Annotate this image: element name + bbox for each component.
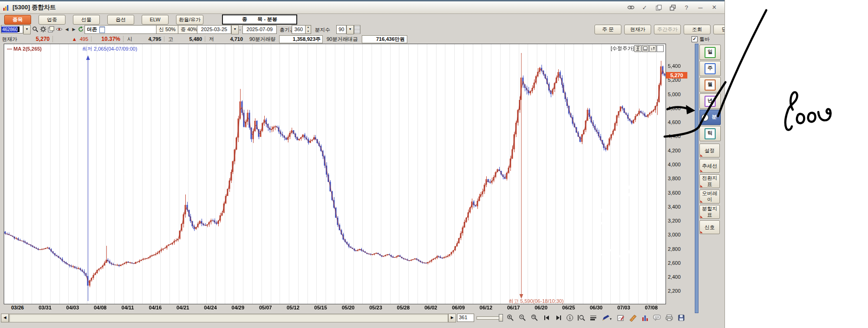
low-price: 4,710 xyxy=(216,36,246,42)
scroll-left-button[interactable]: ◀ xyxy=(1,314,9,322)
y-axis-label: 4,600 xyxy=(668,119,691,125)
gear-icon[interactable] xyxy=(39,25,47,33)
refresh-icon[interactable] xyxy=(77,25,85,33)
x-axis-date-label: 04/11 xyxy=(117,305,139,310)
period-spinner[interactable]: 360 ▲▼ xyxy=(292,25,311,34)
clock-icon xyxy=(701,114,709,121)
draw-pen-icon[interactable]: ▾ xyxy=(601,314,613,322)
svg-text:▾: ▾ xyxy=(610,317,612,321)
chart-plot[interactable]: — MA 2(5,265) 최저 2,065(04-07/09:00) 최고 5… xyxy=(4,44,666,304)
memo-balloon-icon[interactable] xyxy=(653,314,661,322)
sheets-icon[interactable] xyxy=(47,25,55,33)
checkbox-icon[interactable]: ✓ xyxy=(692,36,698,42)
document-icon[interactable] xyxy=(99,26,105,33)
interval-list-icon[interactable] xyxy=(354,25,360,34)
bar-count-input[interactable]: 361 xyxy=(457,314,474,322)
sort-icon[interactable]: 1 xyxy=(649,45,656,52)
market-tab[interactable]: 종목 xyxy=(4,15,31,25)
zoom-slider-handle[interactable] xyxy=(499,314,503,321)
zoom-out-icon[interactable] xyxy=(518,314,526,322)
period-button[interactable]: 일 xyxy=(699,45,721,60)
eye-icon[interactable] xyxy=(55,25,63,33)
tool-button[interactable]: 신호 xyxy=(699,220,720,234)
blank-icon[interactable] xyxy=(657,45,664,52)
minimize-icon[interactable]: ─ xyxy=(697,4,704,11)
highest-annotation: 최고 5,590(06-18/10:30) xyxy=(509,298,564,305)
chart-mode-box: 종 목 - 분봉 xyxy=(222,14,297,25)
date-from-input[interactable]: 2025-03-25 xyxy=(197,25,231,34)
x-axis-date-label: 06/12 xyxy=(475,305,497,310)
action-button[interactable]: 주 문 xyxy=(594,25,621,34)
x-axis-date-label: 05/28 xyxy=(392,305,414,310)
interval-input[interactable]: 90 xyxy=(336,25,346,34)
zoom-slider[interactable] xyxy=(476,316,502,320)
zoom-reset-icon[interactable] xyxy=(530,314,538,322)
tool-button[interactable]: 설정 xyxy=(699,144,720,157)
window-icon[interactable] xyxy=(642,45,649,52)
go-first-icon[interactable] xyxy=(542,314,550,322)
close-icon[interactable]: × xyxy=(711,4,718,11)
stock-code-input[interactable]: 462860 xyxy=(1,25,23,33)
copy-icon[interactable] xyxy=(655,4,662,11)
restore-icon[interactable] xyxy=(669,4,676,11)
zoom-in-icon[interactable] xyxy=(506,314,514,322)
action-button[interactable]: 조회 xyxy=(684,25,711,34)
y-axis-label: 5,000 xyxy=(668,92,691,97)
y-axis-label: 5,400 xyxy=(668,63,691,69)
prev-stock-icon[interactable]: ◀ xyxy=(63,25,71,33)
tool-button[interactable]: 추세선 xyxy=(699,159,720,173)
x-axis-date-label: 06/25 xyxy=(557,305,580,310)
title-bar[interactable]: [5300] 종합차트 ✓ ? ─ × xyxy=(0,1,724,14)
x-axis-date-label: 07/03 xyxy=(613,305,635,310)
help-icon[interactable]: ? xyxy=(683,4,690,11)
tool-button[interactable]: 분할지표 xyxy=(699,205,720,219)
y-axis-label: 2,400 xyxy=(668,274,691,280)
period-button[interactable]: 분 xyxy=(699,110,721,125)
period-button[interactable]: 월 xyxy=(699,77,721,92)
axis-scrollbar[interactable] xyxy=(695,44,698,313)
interval-dropdown[interactable]: ▼ xyxy=(346,25,354,34)
market-tab[interactable]: ELW xyxy=(142,15,169,25)
bar-chart-icon[interactable] xyxy=(641,314,649,322)
save-icon[interactable] xyxy=(677,314,685,322)
x-axis-date-label: 04/08 xyxy=(89,305,111,310)
stock-name-field[interactable]: 더존 xyxy=(85,25,157,34)
next-stock-icon[interactable]: ▶ xyxy=(70,25,78,33)
link-icon[interactable] xyxy=(627,4,634,11)
x-axis-date-label: 04/16 xyxy=(144,305,166,310)
line-width-icon[interactable] xyxy=(589,314,597,322)
tool-button[interactable]: 전환지표 xyxy=(699,174,720,188)
code-dropdown-button[interactable]: ▼ xyxy=(23,25,31,34)
y-axis-label: 4,000 xyxy=(668,162,691,167)
hourglass-icon[interactable] xyxy=(634,45,641,52)
go-last-icon[interactable] xyxy=(555,314,562,322)
ruler-icon[interactable] xyxy=(629,314,637,322)
market-tab[interactable]: 업종 xyxy=(39,15,65,25)
one-to-one-icon[interactable]: 1 xyxy=(567,315,573,321)
spinner-arrows[interactable]: ▲▼ xyxy=(305,26,311,33)
search-icon[interactable] xyxy=(32,25,39,33)
market-tab[interactable]: 선물 xyxy=(73,15,100,25)
scroll-track[interactable] xyxy=(9,314,448,322)
y-axis-label: 3,800 xyxy=(668,176,691,181)
scroll-right-button[interactable]: ▶ xyxy=(448,314,456,322)
x-axis-date-label: 06/02 xyxy=(420,305,442,310)
y-axis-label: 4,200 xyxy=(668,148,691,153)
action-button[interactable]: 현재가 xyxy=(624,25,651,34)
date-to-input[interactable]: 2025-07-09 xyxy=(242,25,277,34)
candlestick-canvas[interactable] xyxy=(4,44,666,304)
print-icon[interactable] xyxy=(665,314,673,322)
toolbar-checkbox[interactable]: ✓ 툴바 xyxy=(692,36,710,43)
check-icon[interactable]: ✓ xyxy=(641,4,648,11)
period-button[interactable]: 틱 xyxy=(699,126,721,141)
date-from-dropdown[interactable]: ▼ xyxy=(231,25,239,34)
period-button[interactable]: 년 xyxy=(699,93,721,109)
tool-button[interactable]: 오버레이 xyxy=(699,190,720,203)
area-zoom-icon[interactable] xyxy=(577,314,585,322)
market-tab[interactable]: 옵션 xyxy=(107,15,134,25)
market-tab[interactable]: 환율/유가 xyxy=(176,15,203,25)
action-button[interactable]: 닫기 xyxy=(713,25,725,34)
period-button[interactable]: 주 xyxy=(699,61,721,76)
action-button[interactable]: 주간주가 xyxy=(654,25,681,34)
chart-edit-icon[interactable] xyxy=(617,314,625,322)
